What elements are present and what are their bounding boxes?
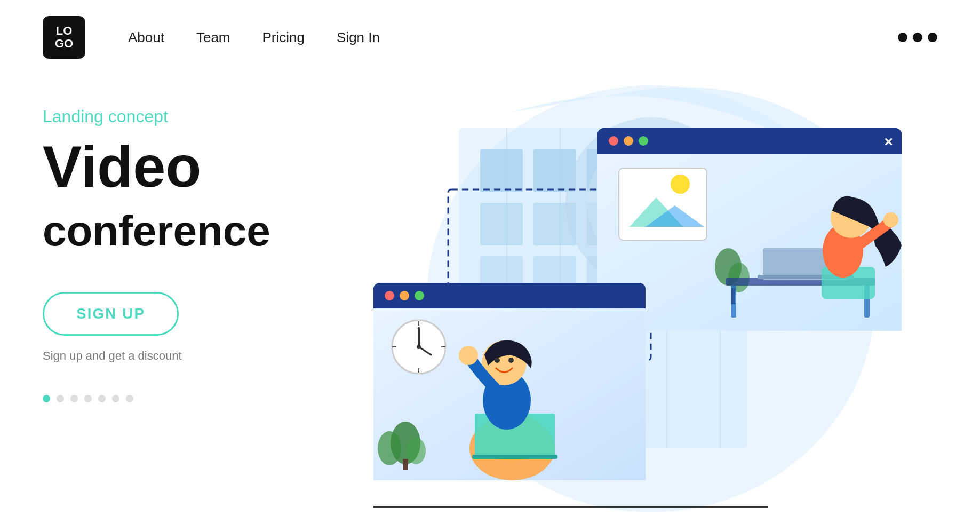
pagination — [43, 395, 309, 402]
nav-team[interactable]: Team — [196, 29, 230, 46]
page-dot-3[interactable] — [70, 395, 78, 402]
signup-button[interactable]: SIGN UP — [43, 292, 179, 336]
page-dot-5[interactable] — [98, 395, 106, 402]
hero-left: Landing concept Video conference SIGN UP… — [43, 85, 309, 402]
svg-point-37 — [671, 175, 690, 194]
hero-illustration: ✕ — [341, 85, 937, 523]
svg-text:✕: ✕ — [883, 136, 893, 149]
svg-point-75 — [459, 346, 478, 365]
svg-point-67 — [407, 438, 426, 464]
svg-rect-68 — [403, 459, 408, 470]
svg-rect-34 — [619, 168, 707, 240]
svg-point-53 — [385, 291, 394, 300]
svg-point-54 — [400, 291, 409, 300]
svg-point-55 — [415, 291, 424, 300]
nav-pricing[interactable]: Pricing — [262, 29, 305, 46]
main-content: Landing concept Video conference SIGN UP… — [0, 75, 980, 523]
svg-rect-2 — [480, 149, 523, 192]
page-dot-4[interactable] — [84, 395, 92, 402]
dot-3 — [928, 33, 937, 42]
svg-rect-42 — [731, 286, 736, 318]
svg-point-76 — [495, 358, 500, 363]
dot-1 — [898, 33, 907, 42]
discount-text: Sign up and get a discount — [43, 349, 309, 363]
svg-rect-7 — [480, 203, 523, 245]
svg-point-66 — [378, 431, 401, 465]
svg-point-28 — [609, 136, 618, 146]
svg-point-49 — [883, 212, 898, 227]
illustration-svg: ✕ — [341, 85, 928, 523]
nav-signin[interactable]: Sign In — [337, 29, 380, 46]
logo-text: LOGO — [55, 25, 73, 50]
more-options[interactable] — [898, 33, 937, 42]
dot-2 — [913, 33, 922, 42]
main-nav: About Team Pricing Sign In — [128, 29, 380, 46]
logo[interactable]: LOGO — [43, 16, 85, 59]
page-dot-2[interactable] — [57, 395, 64, 402]
hero-title-video: Video conference — [43, 137, 309, 255]
landing-label: Landing concept — [43, 107, 309, 126]
svg-rect-52 — [373, 298, 646, 308]
nav-about[interactable]: About — [128, 29, 164, 46]
svg-point-77 — [508, 358, 514, 363]
page-dot-7[interactable] — [126, 395, 133, 402]
svg-point-29 — [624, 136, 633, 146]
page-dot-6[interactable] — [112, 395, 119, 402]
svg-point-30 — [639, 136, 648, 146]
hero-title-conference: conference — [43, 207, 270, 255]
svg-rect-72 — [472, 455, 557, 459]
header: LOGO About Team Pricing Sign In — [0, 0, 980, 75]
page-dot-1[interactable] — [43, 395, 50, 402]
